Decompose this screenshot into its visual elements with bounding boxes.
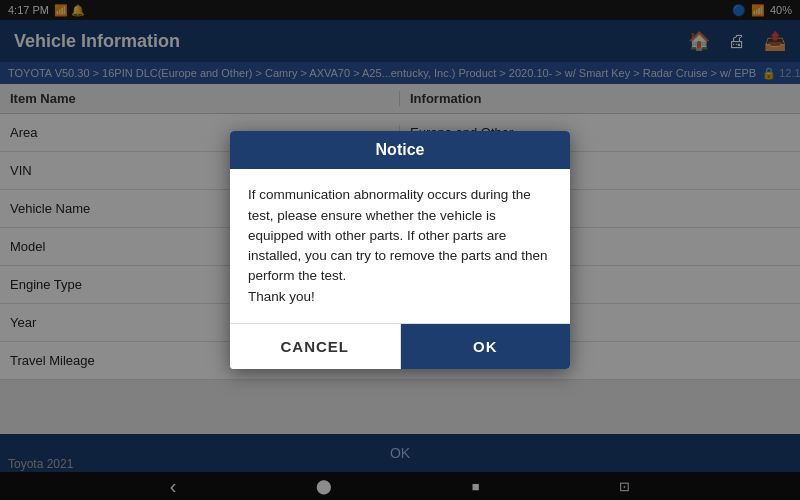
cancel-button[interactable]: CANCEL [230, 324, 401, 369]
notice-dialog: Notice If communication abnormality occu… [230, 131, 570, 369]
dialog-body: If communication abnormality occurs duri… [230, 169, 570, 323]
dialog-footer: CANCEL OK [230, 323, 570, 369]
dialog-overlay: Notice If communication abnormality occu… [0, 0, 800, 500]
ok-button[interactable]: OK [401, 324, 571, 369]
dialog-title: Notice [230, 131, 570, 169]
